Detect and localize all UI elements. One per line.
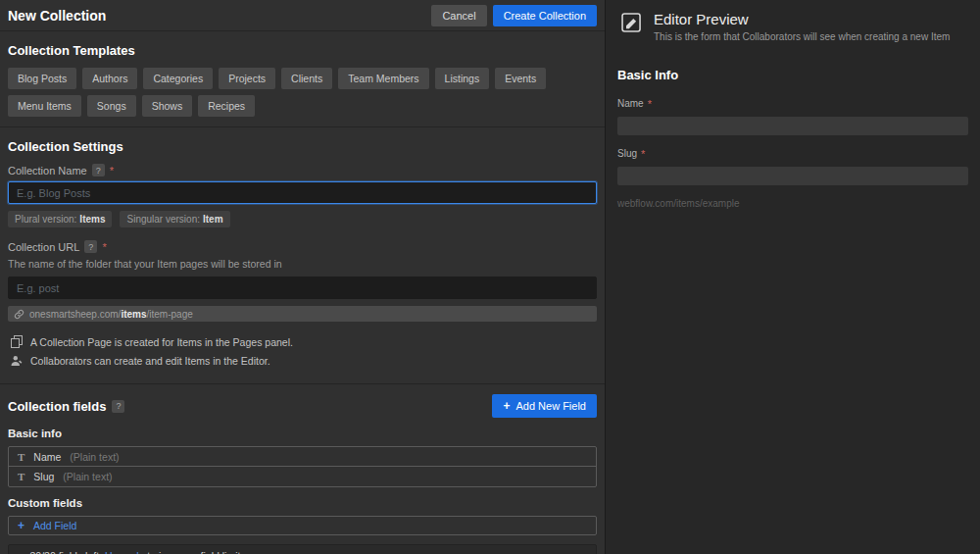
add-field-button[interactable]: + Add Field [8, 516, 597, 535]
editor-preview-title: Editor Preview [654, 11, 950, 27]
editor-preview-header: Editor Preview This is the form that Col… [617, 10, 968, 56]
template-chip-shows[interactable]: Shows [142, 95, 193, 117]
settings-heading: Collection Settings [8, 139, 597, 154]
editor-preview-icon [617, 10, 644, 36]
collaborator-icon [11, 355, 23, 367]
note-collection-page: A Collection Page is created for Items i… [11, 335, 597, 348]
singular-value: Item [203, 214, 223, 225]
plain-text-icon: T [18, 471, 24, 482]
required-asterisk: * [110, 165, 114, 176]
link-icon [14, 309, 24, 320]
create-collection-button[interactable]: Create Collection [493, 5, 597, 26]
template-chip-categories[interactable]: Categories [143, 68, 213, 89]
limit-text-after: to increase field limits. [147, 550, 248, 554]
pages-icon [11, 335, 23, 348]
template-chip-menu-items[interactable]: Menu Items [8, 95, 81, 117]
template-chip-listings[interactable]: Listings [435, 68, 490, 89]
collection-name-input[interactable] [8, 181, 597, 204]
plus-icon: + [18, 519, 24, 532]
add-new-field-button[interactable]: + Add New Field [492, 394, 597, 418]
required-asterisk: * [102, 241, 106, 253]
add-new-field-label: Add New Field [515, 400, 586, 412]
url-preview-bar: onesmartsheep.com/items/item-page [8, 306, 597, 322]
basic-info-heading: Basic info [8, 428, 597, 439]
field-row-name[interactable]: T Name (Plain text) [9, 447, 596, 467]
singular-version-tag: Singular version:Item [120, 211, 229, 227]
fields-heading: Collection fields [8, 399, 106, 414]
url-preview-text: onesmartsheep.com/items/item-page [29, 309, 193, 320]
upgrade-arrow-icon: ↑ [17, 550, 23, 554]
template-chip-list: Blog Posts Authors Categories Projects C… [8, 68, 597, 117]
help-icon[interactable]: ? [92, 164, 105, 176]
collection-name-label: Collection Name [8, 165, 87, 176]
custom-fields-heading: Custom fields [8, 497, 597, 509]
add-field-label: Add Field [33, 520, 76, 531]
preview-url-hint: webflow.com/items/example [617, 198, 968, 209]
collection-url-label-row: Collection URL ? * [8, 240, 597, 253]
fields-title-wrap: Collection fields ? [8, 399, 124, 414]
note-collection-page-text: A Collection Page is created for Items i… [30, 336, 293, 348]
field-type: (Plain text) [70, 451, 119, 463]
plural-label: Plural version: [15, 214, 76, 225]
field-name: Slug [33, 471, 54, 482]
template-chip-authors[interactable]: Authors [82, 68, 137, 89]
note-collaborators-text: Collaborators can create and edit Items … [30, 355, 270, 367]
collection-url-label: Collection URL [8, 241, 79, 253]
field-type: (Plain text) [63, 471, 112, 482]
info-notes: A Collection Page is created for Items i… [8, 335, 597, 367]
basic-fields-list: T Name (Plain text) T Slug (Plain text) [8, 446, 597, 487]
page-title: New Collection [8, 8, 431, 24]
required-asterisk: * [648, 98, 652, 110]
template-chip-events[interactable]: Events [495, 68, 546, 89]
template-chip-recipes[interactable]: Recipes [198, 95, 255, 117]
version-tags: Plural version:Items Singular version:It… [8, 211, 597, 227]
cancel-button[interactable]: Cancel [431, 5, 486, 26]
upgrade-link[interactable]: Upgrade [105, 550, 144, 554]
plain-text-icon: T [18, 451, 24, 463]
collection-templates-section: Collection Templates Blog Posts Authors … [0, 31, 605, 127]
note-collaborators: Collaborators can create and edit Items … [11, 355, 597, 367]
field-row-slug[interactable]: T Slug (Plain text) [9, 467, 596, 486]
preview-slug-label-text: Slug [617, 148, 637, 160]
plural-value: Items [79, 214, 105, 225]
templates-heading: Collection Templates [8, 43, 597, 58]
template-chip-blog-posts[interactable]: Blog Posts [8, 68, 76, 89]
template-chip-songs[interactable]: Songs [87, 95, 136, 117]
editor-preview-panel: Editor Preview This is the form that Col… [606, 0, 980, 554]
field-name: Name [33, 451, 61, 463]
editor-preview-subtitle: This is the form that Collaborators will… [654, 31, 950, 42]
collection-url-input[interactable] [8, 277, 597, 299]
plural-version-tag: Plural version:Items [8, 211, 112, 227]
help-icon[interactable]: ? [84, 240, 97, 253]
limit-text-before: 30/30 fields left. [30, 550, 103, 554]
collection-form-panel: New Collection Cancel Create Collection … [0, 0, 606, 554]
required-asterisk: * [641, 148, 645, 160]
plus-icon: + [503, 399, 510, 413]
preview-slug-input [617, 167, 968, 185]
help-icon[interactable]: ? [112, 400, 124, 413]
field-limit-bar: ↑ 30/30 fields left.Upgradeto increase f… [8, 544, 597, 554]
template-chip-team-members[interactable]: Team Members [338, 68, 428, 89]
preview-name-input [617, 117, 968, 135]
collection-settings-section: Collection Settings Collection Name ? * … [0, 127, 605, 384]
collection-url-block: Collection URL ? * The name of the folde… [8, 240, 597, 322]
preview-name-label-text: Name [617, 98, 644, 110]
template-chip-clients[interactable]: Clients [281, 68, 332, 89]
collection-fields-section: Collection fields ? + Add New Field Basi… [0, 384, 605, 554]
dialog-header: New Collection Cancel Create Collection [0, 0, 605, 31]
field-limit-text: 30/30 fields left.Upgradeto increase fie… [30, 550, 249, 554]
collection-url-help-text: The name of the folder that your Item pa… [8, 258, 597, 270]
preview-name-label: Name * [617, 98, 968, 110]
url-prefix: onesmartsheep.com/ [29, 309, 121, 320]
collection-name-label-row: Collection Name ? * [8, 164, 597, 176]
template-chip-projects[interactable]: Projects [219, 68, 275, 89]
preview-basic-info-heading: Basic Info [617, 68, 968, 82]
singular-label: Singular version: [126, 214, 199, 225]
fields-header: Collection fields ? + Add New Field [8, 394, 597, 418]
url-folder: items [121, 309, 146, 320]
new-collection-window: New Collection Cancel Create Collection … [0, 0, 980, 554]
url-suffix: /item-page [147, 309, 193, 320]
preview-slug-label: Slug * [617, 148, 968, 160]
editor-preview-titles: Editor Preview This is the form that Col… [654, 10, 950, 42]
